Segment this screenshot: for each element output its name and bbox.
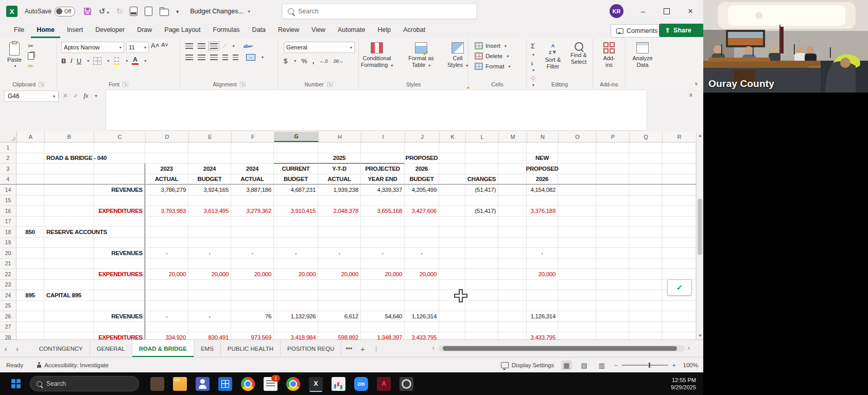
accessibility-status[interactable]: Accessibility: Investigate (37, 362, 109, 368)
cell-b3[interactable] (44, 164, 94, 174)
column-header-m[interactable]: M (499, 132, 527, 142)
cell-k18[interactable] (439, 227, 465, 238)
cell-p3[interactable] (596, 164, 629, 174)
cell-o1[interactable] (558, 142, 596, 153)
page-break-view-button[interactable]: ▥ (597, 361, 607, 370)
cell-e21[interactable] (188, 259, 231, 270)
select-all-corner[interactable] (0, 132, 17, 142)
cell-q24[interactable] (629, 290, 662, 301)
cell-m25[interactable] (498, 301, 527, 312)
cell-r15[interactable] (662, 195, 696, 206)
cell-q27[interactable] (629, 322, 662, 333)
cell-q22[interactable] (629, 269, 662, 280)
cell-a18[interactable]: 850 (16, 227, 44, 238)
underline-dropdown-icon[interactable]: ▾ (87, 59, 89, 63)
cell-i21[interactable] (361, 259, 405, 270)
cell-i18[interactable] (361, 227, 405, 238)
cell-h15[interactable] (318, 195, 361, 206)
cell-l20[interactable] (465, 248, 498, 259)
cell-r2[interactable] (662, 153, 696, 164)
cell-c26[interactable]: REVENUES (94, 311, 145, 322)
cell-n20[interactable]: - (527, 248, 558, 259)
cell-h2[interactable]: 2025 (318, 153, 361, 164)
chrome-browser[interactable] (241, 377, 255, 391)
zoom-slider-handle[interactable] (649, 363, 650, 368)
cell-b26[interactable] (44, 311, 94, 322)
cell-c23[interactable] (94, 280, 145, 291)
cell-i2[interactable] (361, 153, 405, 164)
cell-r27[interactable] (662, 322, 696, 333)
row-header-25[interactable]: 25 (0, 301, 16, 312)
cell-j4[interactable]: BUDGET (405, 174, 439, 185)
cell-r1[interactable] (662, 142, 696, 153)
next-sheet-icon[interactable]: › (11, 345, 23, 353)
cell-q16[interactable] (629, 206, 662, 217)
cell-l22[interactable] (465, 269, 498, 280)
font-name-combo[interactable]: Aptos Narrow▾ (61, 42, 124, 53)
cell-o19[interactable] (558, 238, 596, 248)
cell-f23[interactable] (231, 280, 274, 291)
cell-p1[interactable] (596, 142, 629, 153)
cell-c22[interactable]: EXPENDITURES (94, 269, 145, 280)
cell-n28[interactable]: 3,433,795 (527, 332, 558, 339)
cell-o3[interactable] (558, 164, 596, 174)
cell-e23[interactable] (188, 280, 231, 291)
currency-button[interactable]: $ (284, 57, 287, 65)
cell-d19[interactable] (145, 238, 188, 248)
cell-p17[interactable] (596, 217, 629, 227)
cell-m2[interactable] (498, 153, 527, 164)
align-right-button[interactable] (210, 55, 218, 60)
cell-k3[interactable] (439, 164, 465, 174)
page-layout-view-button[interactable]: ▤ (579, 361, 589, 370)
cell-n19[interactable] (527, 238, 558, 248)
cell-l4[interactable]: CHANGES (465, 174, 498, 185)
cell-d14[interactable]: 3,786,279 (145, 185, 188, 195)
cell-h19[interactable] (318, 238, 361, 248)
cell-q3[interactable] (629, 164, 662, 174)
row-header-16[interactable]: 16 (0, 206, 16, 217)
row-header-23[interactable]: 23 (0, 280, 16, 291)
cell-e2[interactable] (188, 153, 231, 164)
cell-i27[interactable] (361, 322, 405, 333)
cell-f24[interactable] (231, 290, 274, 301)
cell-n17[interactable] (527, 217, 558, 227)
normal-view-button[interactable]: ▦ (561, 361, 571, 370)
cell-d15[interactable] (145, 195, 188, 206)
column-header-c[interactable]: C (94, 132, 146, 142)
cell-n25[interactable] (527, 301, 558, 312)
cell-q25[interactable] (629, 301, 662, 312)
cell-e24[interactable] (188, 290, 231, 301)
row-header-21[interactable]: 21 (0, 259, 16, 270)
cell-q17[interactable] (629, 217, 662, 227)
column-header-l[interactable]: L (466, 132, 499, 142)
cell-k14[interactable] (439, 185, 465, 195)
cell-e14[interactable]: 3,924,165 (188, 185, 231, 195)
vertical-scrollbar[interactable]: ▲ ▼ (696, 132, 704, 339)
sheet-tab-position-requ[interactable]: POSITION REQU (281, 340, 341, 357)
cell-g3[interactable]: CURRENT (274, 164, 318, 174)
notes-app[interactable]: 1 (264, 377, 277, 391)
cell-o20[interactable] (558, 248, 596, 259)
row-header-4[interactable]: 4 (0, 174, 16, 185)
minimize-button[interactable]: – (631, 0, 655, 23)
cell-h21[interactable] (318, 259, 361, 270)
formula-input[interactable] (106, 89, 647, 131)
cell-n26[interactable]: 1,126,314 (527, 311, 558, 322)
cell-h14[interactable]: 1,939,238 (318, 185, 361, 195)
cell-h23[interactable] (318, 280, 361, 291)
cell-h25[interactable] (318, 301, 361, 312)
cell-k1[interactable] (439, 142, 465, 153)
taskbar-clock[interactable]: 12:55 PM 9/29/2025 (671, 376, 696, 391)
cell-q18[interactable] (629, 227, 662, 238)
cell-e27[interactable] (188, 322, 231, 333)
cell-a21[interactable] (16, 259, 44, 270)
comments-button[interactable]: Comments (611, 24, 663, 38)
decrease-indent-button[interactable] (222, 55, 228, 60)
column-header-d[interactable]: D (146, 132, 189, 142)
cell-k22[interactable] (439, 269, 465, 280)
cell-a25[interactable] (16, 301, 44, 312)
cell-k23[interactable] (439, 280, 465, 291)
cell-j22[interactable]: 20,000 (405, 269, 439, 280)
font-color-dropdown-icon[interactable]: ▾ (144, 59, 146, 63)
ribbon-tab-automate[interactable]: Automate (332, 23, 371, 38)
